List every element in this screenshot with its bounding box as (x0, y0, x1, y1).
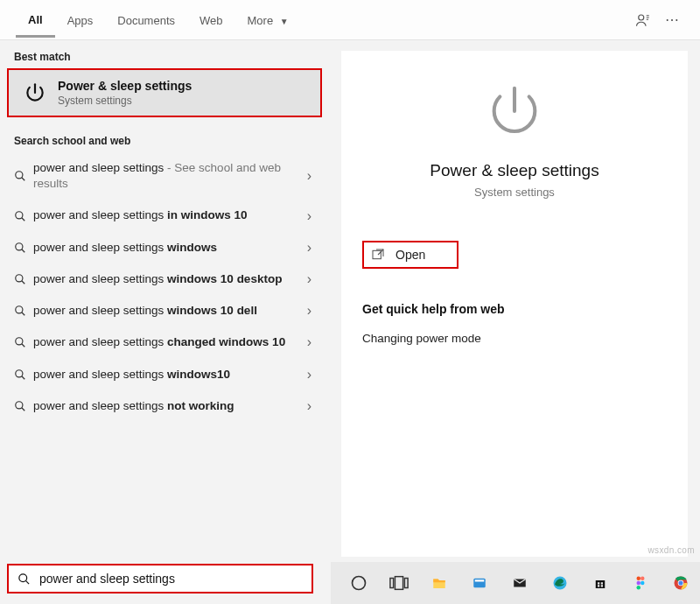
svg-point-6 (16, 338, 23, 345)
svg-point-25 (640, 581, 645, 586)
suggestion-text: power and sleep settings in windows 10 (33, 207, 302, 223)
svg-rect-14 (404, 579, 408, 588)
tab-more-label: More (248, 14, 274, 27)
quick-help-link[interactable]: Changing power mode (362, 332, 667, 345)
svg-rect-13 (395, 577, 402, 590)
feedback-icon[interactable] (635, 12, 660, 28)
svg-point-11 (353, 577, 366, 590)
search-bar[interactable] (7, 564, 313, 593)
suggestion-text: power and sleep settings - See school an… (33, 160, 302, 192)
tab-apps[interactable]: Apps (55, 4, 106, 36)
taskbar (331, 562, 700, 604)
best-match-title: Power & sleep settings (58, 79, 192, 93)
suggestion-row[interactable]: power and sleep settings not working› (0, 390, 326, 422)
chevron-right-icon[interactable]: › (302, 208, 317, 224)
search-icon (14, 400, 33, 412)
tab-all[interactable]: All (16, 3, 55, 38)
svg-point-29 (678, 580, 682, 585)
tab-documents[interactable]: Documents (105, 4, 187, 36)
quick-help-header: Get quick help from web (362, 302, 667, 316)
suggestion-row[interactable]: power and sleep settings changed windows… (0, 327, 326, 358)
open-button[interactable]: Open (362, 241, 458, 269)
tab-web[interactable]: Web (187, 4, 235, 36)
best-match-subtitle: System settings (58, 95, 192, 107)
search-icon (14, 170, 33, 182)
chevron-right-icon[interactable]: › (302, 271, 317, 287)
svg-point-26 (637, 586, 641, 590)
suggestion-row[interactable]: power and sleep settings windows 10 desk… (0, 263, 326, 295)
cortana-icon[interactable] (348, 572, 369, 593)
suggestion-text: power and sleep settings windows10 (33, 367, 302, 383)
svg-point-5 (16, 306, 23, 313)
svg-rect-9 (373, 250, 381, 258)
search-icon (14, 305, 33, 317)
task-view-icon[interactable] (388, 572, 410, 593)
svg-point-24 (637, 581, 641, 586)
svg-rect-20 (598, 585, 599, 586)
preview-title: Power & sleep settings (362, 161, 667, 180)
chevron-down-icon: ▼ (280, 17, 289, 26)
power-icon (23, 81, 47, 105)
store-icon[interactable] (590, 572, 611, 593)
suggestion-row[interactable]: power and sleep settings windows 10 dell… (0, 295, 326, 327)
suggestion-row[interactable]: power and sleep settings windows10› (0, 359, 326, 390)
chevron-right-icon[interactable]: › (302, 367, 317, 383)
more-options-icon[interactable]: ⋯ (660, 11, 684, 28)
suggestion-text: power and sleep settings windows 10 dell (33, 303, 302, 319)
search-input[interactable] (39, 572, 303, 586)
suggestion-text: power and sleep settings not working (33, 398, 302, 414)
file-explorer-icon[interactable] (429, 572, 450, 593)
mail-icon[interactable] (509, 572, 530, 593)
svg-rect-16 (475, 579, 485, 581)
preview-panel: Power & sleep settings System settings O… (341, 51, 688, 557)
svg-point-3 (16, 243, 23, 250)
search-icon (14, 273, 33, 285)
svg-point-4 (16, 275, 23, 282)
chevron-right-icon[interactable]: › (302, 398, 317, 414)
svg-point-22 (637, 577, 641, 581)
svg-point-0 (639, 15, 644, 20)
scope-tabs: All Apps Documents Web More ▼ ⋯ (0, 0, 700, 40)
svg-point-7 (16, 369, 23, 376)
search-web-header: Search school and web (0, 124, 331, 152)
tab-more[interactable]: More ▼ (235, 4, 301, 36)
edge-icon[interactable] (550, 572, 570, 593)
svg-rect-18 (598, 582, 599, 584)
suggestion-text: power and sleep settings changed windows… (33, 334, 302, 350)
open-label: Open (396, 248, 425, 262)
search-icon (14, 336, 33, 348)
suggestion-text: power and sleep settings windows 10 desk… (33, 271, 302, 287)
chevron-right-icon[interactable]: › (302, 334, 317, 350)
suggestion-row[interactable]: power and sleep settings in windows 10› (0, 200, 326, 231)
power-icon (484, 81, 545, 142)
svg-point-10 (19, 573, 27, 581)
figma-icon[interactable] (630, 572, 651, 593)
chrome-icon[interactable] (670, 572, 691, 593)
open-icon (371, 248, 385, 262)
preview-subtitle: System settings (362, 186, 667, 199)
search-icon (14, 210, 33, 222)
suggestion-row[interactable]: power and sleep settings windows› (0, 232, 326, 263)
search-icon (14, 369, 33, 381)
best-match-header: Best match (0, 40, 331, 68)
suggestion-text: power and sleep settings windows (33, 240, 302, 256)
svg-point-2 (16, 211, 23, 218)
chevron-right-icon[interactable]: › (302, 240, 317, 256)
svg-point-23 (640, 577, 645, 581)
search-icon (14, 242, 33, 254)
svg-rect-21 (601, 585, 603, 586)
results-panel: Best match Power & sleep settings System… (0, 40, 331, 557)
chevron-right-icon[interactable]: › (302, 168, 317, 184)
suggestion-list: power and sleep settings - See school an… (0, 152, 331, 422)
suggestion-row[interactable]: power and sleep settings - See school an… (0, 152, 326, 200)
svg-rect-19 (601, 582, 603, 584)
svg-point-1 (16, 172, 23, 179)
watermark: wsxdn.com (648, 545, 695, 555)
svg-point-8 (16, 402, 23, 409)
chevron-right-icon[interactable]: › (302, 303, 317, 319)
svg-rect-12 (390, 579, 394, 588)
search-icon (18, 572, 31, 586)
best-match-result[interactable]: Power & sleep settings System settings (7, 68, 322, 117)
app-icon-blue[interactable] (469, 572, 490, 593)
